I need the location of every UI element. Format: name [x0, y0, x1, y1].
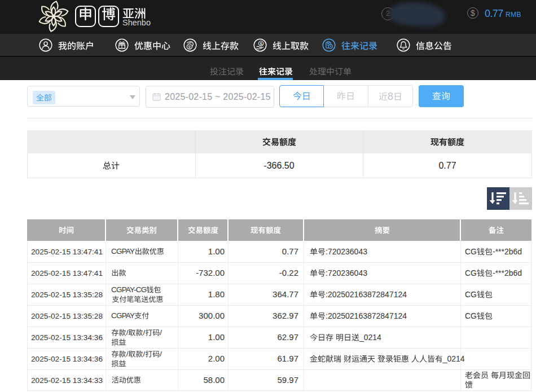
svg-text:$: $: [260, 41, 262, 46]
